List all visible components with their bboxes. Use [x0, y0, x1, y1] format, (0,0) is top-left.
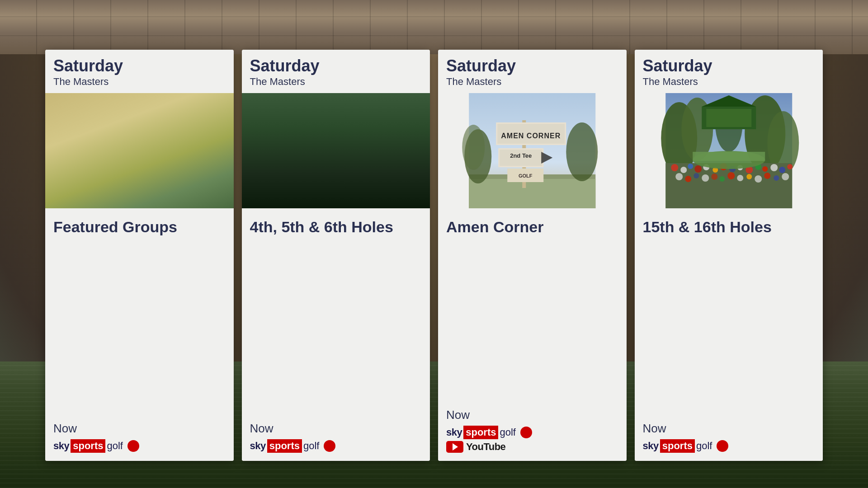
card-4-event: The Masters — [643, 76, 815, 88]
svg-rect-4 — [153, 138, 178, 174]
card-2-footer: Now sky sports golf — [250, 422, 422, 455]
svg-rect-21 — [295, 145, 377, 149]
card-1516-holes[interactable]: Saturday The Masters — [635, 50, 823, 461]
svg-rect-25 — [295, 171, 377, 174]
card-1-day: Saturday — [53, 57, 226, 75]
svg-point-73 — [685, 176, 691, 182]
svg-point-7 — [156, 121, 176, 130]
svg-rect-18 — [293, 129, 379, 183]
card-3-event: The Masters — [446, 76, 618, 88]
svg-point-2 — [151, 129, 178, 147]
svg-point-79 — [737, 175, 743, 181]
svg-point-77 — [719, 176, 725, 182]
golf-text-2: golf — [303, 440, 319, 452]
card-4-day: Saturday — [643, 57, 815, 75]
sports-box-3: sports — [463, 426, 498, 439]
card-1-channel: sky sports golf — [53, 439, 226, 453]
svg-point-45 — [566, 122, 598, 181]
card-1-footer: Now sky sports golf — [53, 422, 226, 455]
card-1-status: Now — [53, 422, 226, 436]
svg-rect-0 — [76, 93, 203, 208]
svg-point-82 — [764, 173, 770, 179]
sports-box-2: sports — [267, 439, 302, 453]
golf-text-1: golf — [107, 440, 123, 452]
youtube-play-triangle — [453, 443, 458, 450]
svg-point-26 — [311, 185, 325, 198]
card-1-body: Featured Groups Now sky sports golf — [45, 208, 234, 461]
card-2-event: The Masters — [250, 76, 422, 88]
svg-point-75 — [702, 174, 709, 182]
svg-text:MASTERS: MASTERS — [296, 101, 376, 117]
svg-point-68 — [762, 166, 768, 172]
svg-point-80 — [746, 174, 752, 179]
sky-text-1: sky — [53, 440, 69, 452]
svg-rect-22 — [295, 152, 377, 155]
svg-rect-14 — [286, 98, 386, 122]
card-header-4: Saturday The Masters — [635, 50, 823, 93]
card-amen-corner[interactable]: Saturday The Masters — [438, 50, 627, 461]
svg-rect-55 — [706, 109, 751, 127]
svg-rect-33 — [469, 179, 595, 208]
card-3-title: Amen Corner — [446, 218, 618, 236]
youtube-logo: YouTube — [446, 441, 618, 453]
svg-rect-17 — [291, 127, 381, 186]
svg-text:2nd Tee: 2nd Tee — [510, 152, 532, 159]
svg-line-6 — [178, 127, 191, 143]
svg-rect-20 — [295, 139, 377, 143]
golf-text-4: golf — [696, 440, 712, 452]
card-2-body: 4th, 5th & 6th Holes Now sky sports golf — [242, 208, 430, 461]
card-featured-groups[interactable]: Saturday The Masters — [45, 50, 234, 461]
sky-sports-golf-logo-2: sky sports golf — [250, 439, 320, 453]
svg-line-5 — [135, 129, 153, 145]
card-1-title: Featured Groups — [53, 218, 226, 236]
svg-rect-12 — [273, 93, 399, 208]
svg-rect-11 — [76, 188, 203, 208]
svg-point-84 — [782, 173, 789, 180]
svg-rect-19 — [295, 133, 377, 136]
golf-text-3: golf — [500, 427, 515, 438]
card-4-footer: Now sky sports golf — [643, 422, 815, 455]
svg-rect-86 — [693, 152, 765, 161]
svg-point-46 — [462, 125, 485, 170]
svg-point-71 — [787, 164, 793, 169]
card-456-holes[interactable]: Saturday The Masters MASTERS — [242, 50, 430, 461]
svg-point-78 — [727, 172, 735, 179]
youtube-text: YouTube — [466, 441, 505, 453]
card-4-image — [635, 93, 823, 208]
card-2-title: 4th, 5th & 6th Holes — [250, 218, 422, 236]
stone-wall — [0, 0, 868, 54]
live-indicator-1 — [127, 440, 139, 452]
svg-rect-13 — [273, 93, 399, 208]
svg-rect-15 — [288, 100, 383, 120]
svg-rect-30 — [273, 202, 399, 208]
svg-point-72 — [675, 173, 683, 180]
card-header-3: Saturday The Masters — [438, 50, 627, 93]
card-2-status: Now — [250, 422, 422, 436]
card-4-status: Now — [643, 422, 815, 436]
card-4-body: 15th & 16th Holes Now sky sports golf — [635, 208, 823, 461]
svg-point-69 — [770, 164, 778, 171]
sports-box-4: sports — [660, 439, 695, 453]
card-2-image: MASTERS — [242, 93, 430, 208]
svg-rect-24 — [295, 164, 377, 168]
card-4-channel: sky sports golf — [643, 439, 815, 453]
svg-point-60 — [694, 165, 702, 173]
sky-sports-golf-logo-3: sky sports golf — [446, 426, 516, 439]
svg-rect-1 — [76, 93, 203, 208]
svg-rect-29 — [335, 193, 350, 208]
live-indicator-4 — [717, 440, 728, 452]
svg-point-70 — [779, 167, 785, 173]
sports-box-1: sports — [71, 439, 105, 453]
svg-point-58 — [680, 167, 687, 173]
card-3-body: Amen Corner Now sky sports golf YouTube — [438, 208, 627, 461]
sky-sports-golf-logo-1: sky sports golf — [53, 439, 123, 453]
sky-text-3: sky — [446, 427, 462, 438]
svg-rect-8 — [156, 121, 176, 127]
svg-text:GOLF: GOLF — [519, 173, 533, 178]
live-indicator-2 — [324, 440, 335, 452]
card-2-day: Saturday — [250, 57, 422, 75]
card-3-day: Saturday — [446, 57, 618, 75]
svg-point-9 — [78, 143, 119, 188]
card-3-status: Now — [446, 408, 618, 422]
card-3-footer: Now sky sports golf YouTube — [446, 408, 618, 455]
